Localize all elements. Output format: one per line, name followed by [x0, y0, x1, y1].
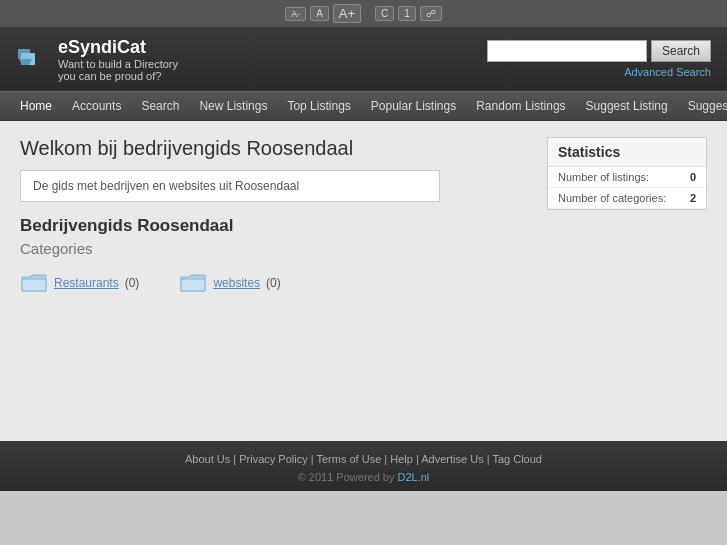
- font-normal-button[interactable]: A: [310, 6, 329, 21]
- footer-powered-by-link[interactable]: D2L.nl: [398, 471, 430, 483]
- sidebar: Statistics Number of listings: 0 Number …: [547, 137, 707, 425]
- category-item-restaurants[interactable]: Restaurants (0): [20, 271, 139, 295]
- footer-help[interactable]: Help: [390, 453, 413, 465]
- page-heading: Welkom bij bedrijvengids Roosendaal: [20, 137, 527, 160]
- logo-icon: [16, 45, 48, 73]
- logo-tagline: Want to build a Directory you can be pro…: [58, 58, 178, 82]
- footer-copyright: © 2011 Powered by D2L.nl: [0, 471, 727, 483]
- folder-icon-websites: [179, 271, 207, 295]
- footer-tagcloud[interactable]: Tag Cloud: [492, 453, 542, 465]
- footer-advertise[interactable]: Advertise Us: [421, 453, 483, 465]
- stat-row-categories: Number of categories: 2: [548, 188, 706, 209]
- header: eSyndiCat Want to build a Directory you …: [0, 27, 727, 91]
- category-count-restaurants: (0): [125, 276, 140, 290]
- stat-row-listings: Number of listings: 0: [548, 167, 706, 188]
- contrast-button[interactable]: C: [375, 6, 394, 21]
- style-1-button[interactable]: 1: [398, 6, 416, 21]
- category-link-restaurants[interactable]: Restaurants: [54, 276, 119, 290]
- stat-value-listings: 0: [690, 171, 696, 183]
- categories-grid: Restaurants (0) websites (0): [20, 271, 527, 295]
- categories-title: Categories: [20, 240, 527, 257]
- style-icon-button[interactable]: ☍: [420, 6, 442, 21]
- intro-box: De gids met bedrijven en websites uit Ro…: [20, 170, 440, 202]
- main-content: Welkom bij bedrijvengids Roosendaal De g…: [20, 137, 547, 425]
- logo-text: eSyndiCat Want to build a Directory you …: [58, 37, 178, 82]
- folder-icon-restaurants: [20, 271, 48, 295]
- footer: About Us | Privacy Policy | Terms of Use…: [0, 441, 727, 491]
- footer-privacy[interactable]: Privacy Policy: [239, 453, 307, 465]
- stats-box: Statistics Number of listings: 0 Number …: [547, 137, 707, 210]
- font-increase-button[interactable]: A+: [333, 4, 361, 23]
- stats-title: Statistics: [548, 138, 706, 167]
- nav-new-listings[interactable]: New Listings: [189, 92, 277, 120]
- main-wrapper: Welkom bij bedrijvengids Roosendaal De g…: [0, 121, 727, 441]
- navbar: Home Accounts Search New Listings Top Li…: [0, 91, 727, 121]
- logo-name: eSyndiCat: [58, 37, 178, 58]
- footer-about[interactable]: About Us: [185, 453, 230, 465]
- accessibility-bar: A- A A+ C 1 ☍: [0, 0, 727, 27]
- logo-area: eSyndiCat Want to build a Directory you …: [16, 37, 178, 82]
- search-area: Search Advanced Search: [487, 40, 711, 78]
- nav-suggest-category[interactable]: Suggest Category: [678, 92, 727, 120]
- font-decrease-button[interactable]: A-: [285, 7, 306, 21]
- stat-label-categories: Number of categories:: [558, 192, 666, 204]
- category-link-websites[interactable]: websites: [213, 276, 260, 290]
- nav-home[interactable]: Home: [10, 92, 62, 120]
- stat-value-categories: 2: [690, 192, 696, 204]
- category-item-websites[interactable]: websites (0): [179, 271, 280, 295]
- footer-terms[interactable]: Terms of Use: [317, 453, 382, 465]
- search-button[interactable]: Search: [651, 40, 711, 62]
- nav-accounts[interactable]: Accounts: [62, 92, 131, 120]
- nav-popular-listings[interactable]: Popular Listings: [361, 92, 466, 120]
- nav-top-listings[interactable]: Top Listings: [277, 92, 360, 120]
- section-title: Bedrijvengids Roosendaal: [20, 216, 527, 236]
- nav-random-listings[interactable]: Random Listings: [466, 92, 575, 120]
- search-input[interactable]: [487, 40, 647, 62]
- search-row: Search: [487, 40, 711, 62]
- content-area: Welkom bij bedrijvengids Roosendaal De g…: [0, 121, 727, 441]
- advanced-search-link[interactable]: Advanced Search: [624, 66, 711, 78]
- nav-search[interactable]: Search: [131, 92, 189, 120]
- bottom-area: [0, 491, 727, 545]
- category-count-websites: (0): [266, 276, 281, 290]
- stat-label-listings: Number of listings:: [558, 171, 649, 183]
- nav-suggest-listing[interactable]: Suggest Listing: [576, 92, 678, 120]
- footer-links: About Us | Privacy Policy | Terms of Use…: [0, 453, 727, 465]
